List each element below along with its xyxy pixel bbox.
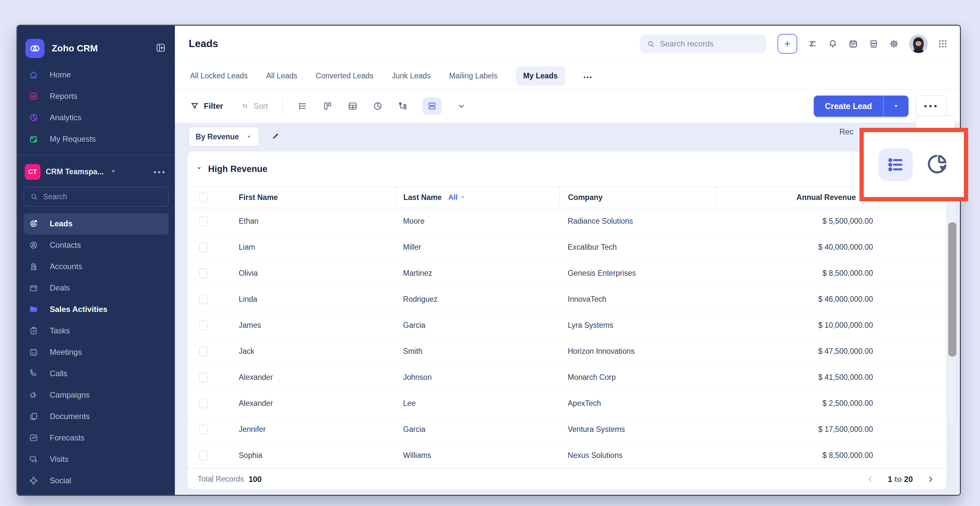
sidebar-item-my-requests[interactable]: My Requests xyxy=(18,128,175,150)
sidebar-item-visits[interactable]: Visits xyxy=(18,449,175,470)
cell-first-name[interactable]: Linda xyxy=(219,286,395,312)
calendar-icon[interactable] xyxy=(848,38,859,49)
cell-first-name[interactable]: Ethan xyxy=(219,208,395,234)
cell-first-name[interactable]: Jack xyxy=(219,338,395,364)
cell-company[interactable]: Ventura Systems xyxy=(560,416,716,442)
row-checkbox[interactable] xyxy=(199,242,208,252)
cell-company[interactable]: Nexus Solutions xyxy=(560,442,716,468)
sidebar-item-analytics[interactable]: Analytics xyxy=(18,107,175,128)
cell-first-name[interactable]: Olivia xyxy=(219,260,395,286)
cell-company[interactable]: Excalibur Tech xyxy=(560,234,716,260)
column-header-last-name[interactable]: Last Name All xyxy=(395,187,560,208)
cell-last-name[interactable]: Smith xyxy=(395,338,560,364)
search-records-input[interactable]: Search records xyxy=(640,34,766,53)
sidebar-item-accounts[interactable]: Accounts xyxy=(18,256,175,277)
sidebar-item-campaigns[interactable]: Campaigns xyxy=(18,384,175,406)
create-lead-dropdown[interactable] xyxy=(883,95,908,117)
row-checkbox[interactable] xyxy=(199,425,208,434)
sidebar-item-contacts[interactable]: Contacts xyxy=(18,235,175,256)
row-checkbox[interactable] xyxy=(199,321,208,330)
cell-last-name[interactable]: Miller xyxy=(395,234,560,260)
cell-last-name[interactable]: Rodriguez xyxy=(395,286,560,312)
tab-my-leads[interactable]: My Leads xyxy=(516,66,565,86)
column-header-company[interactable]: Company xyxy=(560,187,716,208)
table-row[interactable]: SophiaWilliamsNexus Solutions$ 8,500,000… xyxy=(188,442,947,468)
sidebar-search-input[interactable]: Search xyxy=(24,187,169,207)
table-row[interactable]: JamesGarciaLyra Systems$ 10,000,000.00 xyxy=(188,312,947,338)
cell-first-name[interactable]: Jennifer xyxy=(219,416,395,442)
group-header[interactable]: High Revenue xyxy=(188,151,947,187)
view-list-icon[interactable] xyxy=(298,101,308,111)
cell-last-name[interactable]: Lee xyxy=(395,390,560,416)
tab-junk-leads[interactable]: Junk Leads xyxy=(392,72,431,80)
sidebar-item-forecasts[interactable]: Forecasts xyxy=(18,427,175,449)
view-stacked-icon[interactable] xyxy=(423,97,442,115)
sidebar-item-tasks[interactable]: Tasks xyxy=(18,320,175,342)
cell-company[interactable]: Genesis Enterprises xyxy=(560,260,716,286)
cell-last-name[interactable]: Garcia xyxy=(395,312,560,338)
tab-all-locked-leads[interactable]: All Locked Leads xyxy=(190,72,248,80)
group-by-dropdown[interactable]: By Revenue xyxy=(189,127,259,146)
cell-last-name[interactable]: Martinez xyxy=(395,260,560,286)
view-kanban-icon[interactable] xyxy=(322,101,333,111)
teamspace-row[interactable]: CT CRM Teamspa... ●●● xyxy=(18,160,175,183)
next-page-icon[interactable] xyxy=(926,475,935,484)
filter-button[interactable]: Filter xyxy=(190,102,223,111)
notifications-icon[interactable] xyxy=(827,38,838,49)
user-avatar[interactable] xyxy=(909,35,928,53)
row-checkbox[interactable] xyxy=(199,269,208,278)
edit-group-pencil-icon[interactable] xyxy=(271,131,280,142)
cell-company[interactable]: ApexTech xyxy=(560,390,716,416)
sidebar-item-meetings[interactable]: Meetings xyxy=(18,342,175,363)
vertical-scrollbar-thumb[interactable] xyxy=(948,222,956,356)
tab-converted-leads[interactable]: Converted Leads xyxy=(316,72,374,80)
zia-assistant-icon[interactable] xyxy=(807,38,818,49)
table-row[interactable]: OliviaMartinezGenesis Enterprises$ 8,500… xyxy=(188,260,947,286)
apps-grid-icon[interactable] xyxy=(937,38,948,49)
cell-company[interactable]: Horizon Innovations xyxy=(560,338,716,364)
chart-view-toggle-icon[interactable] xyxy=(925,152,949,177)
cell-last-name[interactable]: Johnson xyxy=(395,364,560,390)
row-checkbox[interactable] xyxy=(199,347,208,356)
cell-last-name[interactable]: Moore xyxy=(395,208,560,234)
collapse-panel-icon[interactable] xyxy=(155,42,166,55)
sidebar-item-reports[interactable]: Reports xyxy=(18,85,175,107)
row-checkbox[interactable] xyxy=(199,294,208,304)
table-row[interactable]: JackSmithHorizon Innovations$ 47,500,000… xyxy=(188,338,947,364)
sidebar-item-calls[interactable]: Calls xyxy=(18,363,175,384)
table-row[interactable]: LiamMillerExcalibur Tech$ 40,000,000.00 xyxy=(188,234,947,260)
views-chevron-down-icon[interactable] xyxy=(456,101,467,111)
tab-all-leads[interactable]: All Leads xyxy=(266,72,298,80)
create-lead-button[interactable]: Create Lead xyxy=(814,95,883,117)
view-pie-icon[interactable] xyxy=(372,101,383,111)
list-view-toggle-selected[interactable] xyxy=(878,148,913,181)
table-row[interactable]: AlexanderJohnsonMonarch Corp$ 41,500,000… xyxy=(188,364,947,390)
sidebar-item-sales-activities[interactable]: Sales Activities xyxy=(18,299,175,320)
cell-first-name[interactable]: Sophia xyxy=(219,442,395,468)
settings-gear-icon[interactable] xyxy=(889,38,899,49)
teamspace-more-icon[interactable]: ●●● xyxy=(153,169,166,175)
sidebar-item-documents[interactable]: Documents xyxy=(18,406,175,427)
sidebar-item-home[interactable]: Home xyxy=(18,64,175,85)
tabs-more-icon[interactable]: ●●● xyxy=(584,71,593,80)
collapse-group-caret-icon[interactable] xyxy=(196,165,203,173)
sidebar-item-social[interactable]: Social xyxy=(18,470,175,492)
sidebar-item-deals[interactable]: Deals xyxy=(18,277,175,299)
teamspace-caret-icon[interactable] xyxy=(110,168,117,176)
table-row[interactable]: JenniferGarciaVentura Systems$ 17,500,00… xyxy=(188,416,947,442)
cell-company[interactable]: InnovaTech xyxy=(560,286,716,312)
row-checkbox[interactable] xyxy=(199,372,208,382)
select-all-checkbox[interactable] xyxy=(199,193,208,202)
column-header-annual-revenue[interactable]: Annual Revenue xyxy=(716,187,880,208)
cell-last-name[interactable]: Williams xyxy=(395,442,560,468)
marketplace-icon[interactable] xyxy=(869,38,879,49)
row-checkbox[interactable] xyxy=(199,399,208,408)
table-row[interactable]: LindaRodriguezInnovaTech$ 46,000,000.00 xyxy=(188,286,947,312)
column-header-first-name[interactable]: First Name xyxy=(219,187,395,208)
cell-last-name[interactable]: Garcia xyxy=(395,416,560,442)
create-quick-action-button[interactable] xyxy=(778,34,797,54)
view-table-icon[interactable] xyxy=(347,101,358,111)
cell-first-name[interactable]: James xyxy=(219,312,395,338)
cell-first-name[interactable]: Alexander xyxy=(219,364,395,390)
toolbar-more-button[interactable]: ●●● xyxy=(916,95,947,117)
